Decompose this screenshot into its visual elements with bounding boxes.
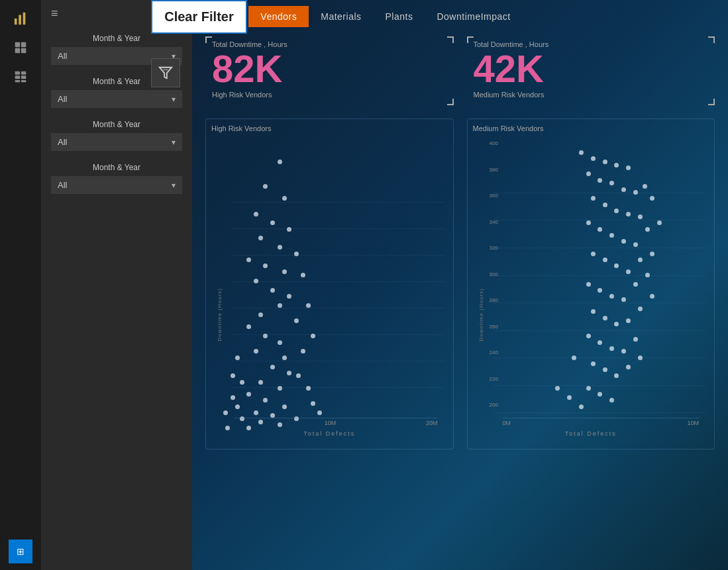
dot — [591, 361, 596, 366]
dot — [282, 356, 287, 360]
dot — [626, 212, 631, 216]
dot — [301, 273, 305, 277]
dot — [598, 288, 602, 293]
dot — [225, 426, 230, 430]
dot — [586, 171, 591, 176]
filter-label-3: Month & Year — [51, 120, 182, 129]
svg-rect-12 — [21, 80, 26, 82]
scatter-area-2: Downtime (Hours) 400 380 360 340 320 300… — [473, 135, 709, 441]
nav-vendors[interactable]: Vendors — [248, 6, 309, 27]
dot — [626, 365, 631, 369]
dot — [254, 212, 258, 216]
chart-title-1: High Risk Vendors — [211, 124, 448, 132]
grid-line — [493, 385, 706, 386]
y-tick: 300 — [490, 271, 498, 277]
dot — [296, 373, 301, 378]
metric-card-2: Total Downtime , Hours 42K Medium Risk V… — [467, 36, 715, 105]
dot — [555, 386, 560, 391]
dot — [270, 365, 275, 369]
svg-rect-10 — [21, 75, 26, 79]
dot — [287, 371, 291, 375]
dot — [586, 282, 591, 287]
grid-icon[interactable] — [9, 36, 32, 60]
dot — [609, 398, 614, 403]
dot — [263, 263, 268, 268]
filter-select-2[interactable]: All — [51, 90, 182, 108]
windows-icon[interactable]: ⊞ — [9, 540, 32, 563]
dot — [650, 196, 654, 201]
dot — [645, 273, 650, 277]
filter-select-wrapper-3: All — [51, 133, 182, 151]
grid-line — [493, 193, 706, 193]
dot — [621, 239, 626, 244]
dot — [609, 233, 614, 238]
layers-icon[interactable] — [9, 65, 32, 89]
chart-title-2: Medium Risk Vendors — [473, 124, 709, 132]
dot — [235, 356, 240, 360]
dot — [603, 258, 607, 262]
dot — [263, 184, 268, 189]
dot — [621, 349, 626, 354]
corner-tl-2 — [467, 36, 474, 43]
grid-line — [231, 308, 444, 309]
svg-rect-8 — [21, 71, 26, 75]
dot — [638, 356, 643, 360]
dot — [294, 318, 299, 323]
x-bottom-label-1: Total Defects — [211, 430, 448, 437]
x-tick: 10M — [687, 420, 699, 426]
dot — [254, 410, 258, 415]
dot — [603, 367, 607, 372]
dot — [282, 196, 287, 201]
dot — [258, 312, 263, 317]
svg-rect-5 — [15, 48, 21, 54]
y-tick: 240 — [490, 350, 498, 356]
grid-line — [231, 255, 444, 256]
dot — [287, 294, 291, 299]
dot — [626, 269, 631, 274]
dot — [657, 220, 662, 225]
clear-filter-popup[interactable]: Clear Filter — [151, 0, 247, 34]
windows-icon-container: ⊞ — [0, 540, 41, 563]
filter-group-4: Month & Year All — [51, 163, 182, 194]
filter-select-4[interactable]: All — [51, 176, 182, 194]
bar-chart-icon[interactable] — [9, 7, 32, 30]
dot — [235, 404, 240, 409]
dot — [643, 184, 647, 189]
dot — [591, 156, 596, 161]
dot — [301, 349, 305, 354]
filter-icon-button[interactable] — [151, 58, 180, 87]
dot — [645, 227, 650, 232]
dot — [246, 258, 251, 262]
corner-br-2 — [708, 99, 715, 105]
x-tick: 20M — [426, 420, 438, 426]
grid-line — [231, 228, 444, 229]
nav-plants[interactable]: Plants — [374, 6, 425, 27]
filter-select-wrapper-4: All — [51, 176, 182, 194]
grid-line — [493, 412, 706, 413]
dot — [278, 386, 282, 391]
dot — [603, 203, 607, 207]
grid-line — [231, 387, 444, 388]
dot — [633, 282, 638, 287]
dot — [306, 386, 311, 391]
dot — [278, 340, 282, 345]
clear-filter-label: Clear Filter — [164, 9, 233, 24]
grid-line — [493, 330, 706, 331]
dot — [614, 322, 619, 326]
filter-select-3[interactable]: All — [51, 133, 182, 151]
svg-rect-11 — [15, 80, 21, 82]
metric-card-1: Total Downtime , Hours 82K High Risk Ven… — [205, 36, 454, 105]
nav-downtime-impact[interactable]: DowntimeImpact — [425, 6, 522, 27]
filter-group-3: Month & Year All — [51, 120, 182, 151]
dot — [282, 404, 287, 409]
svg-rect-9 — [15, 75, 21, 79]
x-bottom-label-2: Total Defects — [473, 430, 709, 437]
dot — [598, 340, 602, 345]
filter-label-4: Month & Year — [51, 163, 182, 172]
y-tick: 200 — [490, 402, 498, 408]
dot — [572, 356, 576, 360]
nav-materials[interactable]: Materials — [309, 6, 373, 27]
dot — [240, 380, 244, 385]
dot — [603, 160, 607, 164]
dot — [609, 294, 614, 299]
